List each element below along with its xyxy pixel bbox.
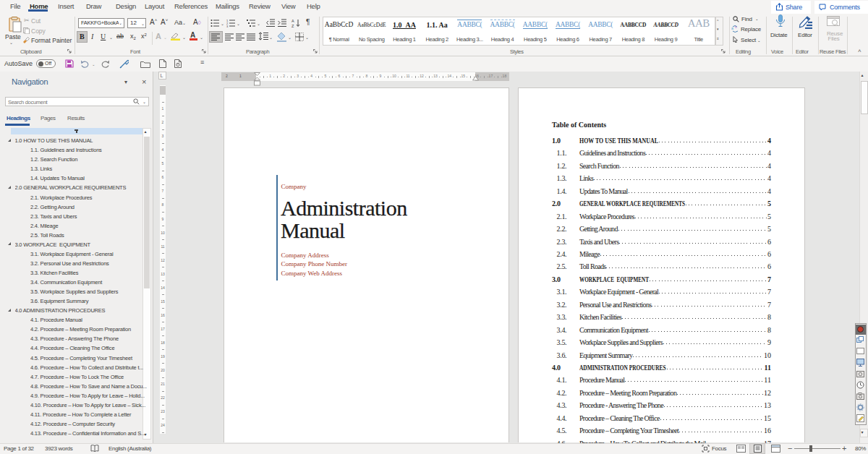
- svg-text:A: A: [292, 19, 294, 23]
- svg-text:3: 3: [226, 25, 229, 28]
- svg-text:Z: Z: [292, 24, 294, 28]
